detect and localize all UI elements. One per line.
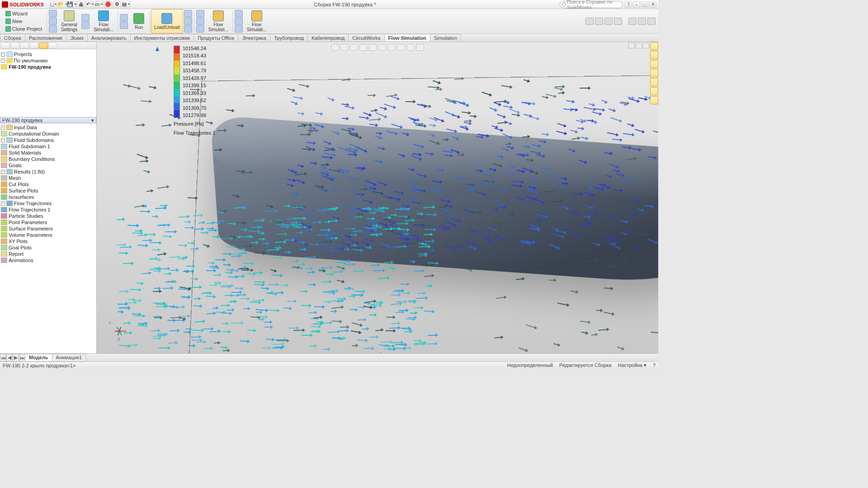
cm-tab[interactable]: Трубопровод [270, 34, 308, 42]
last-icon[interactable]: ⏭ [19, 354, 25, 361]
scene-icon[interactable] [407, 44, 415, 51]
animations-node[interactable]: Animations [1, 257, 95, 263]
qat-select-button[interactable]: ▭ [95, 1, 103, 8]
run-button[interactable]: Run [129, 9, 149, 33]
solid-materials-node[interactable]: Solid Materials [1, 150, 95, 156]
close-button[interactable]: ✕ [649, 1, 656, 8]
display-style-icon[interactable] [378, 44, 387, 51]
minimize-button[interactable]: − [633, 1, 640, 8]
taskpane-tab[interactable] [650, 87, 658, 95]
clone-project-button[interactable]: Clone Project [5, 25, 43, 33]
projects-root[interactable]: −Projects [1, 51, 95, 57]
load-results-button[interactable]: Load/Unload [151, 9, 183, 33]
ribbon-icon[interactable] [184, 18, 192, 25]
record-icon[interactable] [647, 18, 656, 25]
new-project-button[interactable]: New [5, 18, 43, 25]
cm-tab[interactable]: Анализировать [87, 34, 131, 42]
projects-default[interactable]: −По умолчанию [1, 57, 95, 64]
cm-tab[interactable]: Кабелепровод [307, 34, 349, 42]
ribbon-icon[interactable] [184, 10, 192, 17]
wizard-button[interactable]: Wizard [5, 10, 43, 17]
ribbon-icon[interactable] [196, 18, 204, 25]
report-node[interactable]: Report [1, 251, 95, 257]
ribbon-icon[interactable] [49, 25, 57, 33]
status-custom[interactable]: Настройка ▾ [618, 362, 646, 368]
vp-min-icon[interactable] [628, 43, 635, 48]
help-button[interactable]: ? [625, 1, 632, 8]
flow-sim-dd-button[interactable]: Flow Simulati... [90, 9, 117, 33]
surface-plots-node[interactable]: Surface Plots [1, 188, 95, 194]
taskpane-tab[interactable] [650, 78, 658, 86]
ribbon-icon[interactable] [81, 22, 90, 29]
flow-sim-button-3[interactable]: Flow Simulati... [244, 9, 270, 33]
appearance-icon[interactable] [585, 18, 594, 25]
volume-parameters-node[interactable]: Volume Parameters [1, 232, 95, 238]
cm-tab[interactable]: Продукты Office [193, 34, 238, 42]
extra-tab[interactable] [48, 42, 57, 49]
maximize-button[interactable]: □ [641, 1, 648, 8]
pm-tab[interactable] [10, 42, 19, 49]
study-bar[interactable]: FW-190 продувка▾ [0, 117, 96, 123]
next-icon[interactable]: ▶ [13, 354, 19, 361]
view-orient-icon[interactable] [369, 44, 377, 51]
fluid-subdomains-node[interactable]: −Fluid Subdomains [1, 137, 95, 143]
dm-tab[interactable] [29, 42, 38, 49]
ribbon-icon[interactable] [235, 10, 243, 17]
taskpane-tab[interactable] [650, 69, 658, 77]
qat-save-button[interactable]: 💾 [68, 1, 76, 8]
cm-tab[interactable]: Flow Simulation [384, 34, 430, 42]
appearance-icon[interactable] [397, 44, 406, 51]
qat-new-button[interactable]: □ [50, 1, 58, 8]
qat-misc-button[interactable]: ▤ [122, 1, 130, 8]
taskpane-tab[interactable] [650, 96, 658, 104]
vp-max-icon[interactable] [643, 43, 649, 48]
projects-config[interactable]: FW-190 продувка [1, 64, 95, 70]
cm-tab[interactable] [20, 42, 29, 49]
zoom-area-icon[interactable] [340, 44, 349, 51]
qat-open-button[interactable]: 📂 [59, 1, 67, 8]
xy-plots-node[interactable]: XY Plots [1, 238, 95, 244]
prev-icon[interactable]: ◀ [6, 354, 13, 361]
view-settings-icon[interactable] [416, 44, 425, 51]
goal-plots-node[interactable]: Goal Plots [1, 244, 95, 251]
qat-rebuild-button[interactable]: 🔴 [104, 1, 112, 8]
surface-parameters-node[interactable]: Surface Parameters [1, 225, 95, 232]
qat-undo-button[interactable]: ↶ [86, 1, 94, 8]
decal-icon[interactable] [604, 18, 613, 25]
qat-options-button[interactable]: ⚙ [113, 1, 121, 8]
reference-triad[interactable]: X Y Z [106, 322, 124, 340]
cm-tab[interactable]: Simulation [430, 34, 461, 42]
taskpane-tab[interactable] [650, 42, 658, 50]
fluid-subdomain-1-node[interactable]: Fluid Subdomain 1 [1, 143, 95, 150]
scene-icon[interactable] [595, 18, 603, 25]
zoom-fit-icon[interactable] [331, 44, 339, 51]
cm-tab[interactable]: Сборка [0, 34, 25, 42]
flow-trajectories-1-node[interactable]: Flow Trajectories 1 [1, 206, 95, 213]
ribbon-icon[interactable] [184, 25, 192, 33]
hide-show-icon[interactable] [388, 44, 396, 51]
ribbon-icon[interactable] [235, 25, 243, 33]
particle-studies-node[interactable]: Particle Studies [1, 213, 95, 219]
point-parameters-node[interactable]: Point Parameters [1, 219, 95, 225]
ribbon-icon[interactable] [49, 18, 57, 25]
ribbon-icon[interactable] [120, 22, 128, 29]
animation-tab[interactable]: Анимация1 [52, 354, 86, 361]
ribbon-icon[interactable] [49, 10, 57, 17]
cut-plots-node[interactable]: Cut Plots [1, 181, 95, 188]
vp-restore-icon[interactable] [636, 43, 642, 48]
model-tab[interactable]: Модель [25, 354, 52, 361]
flow-sim-button-2[interactable]: Flow Simulati... [205, 9, 231, 33]
camera-icon[interactable] [628, 18, 637, 25]
taskpane-tab[interactable] [650, 60, 658, 68]
results-node[interactable]: −Results (1.fld) [1, 169, 95, 175]
first-icon[interactable]: ⏮ [0, 354, 6, 361]
prev-view-icon[interactable] [350, 44, 358, 51]
taskpane-tab[interactable] [650, 51, 658, 59]
ribbon-icon[interactable] [120, 14, 128, 21]
flowsim-tab[interactable] [39, 42, 48, 49]
section-view-icon[interactable] [359, 44, 368, 51]
color-legend[interactable]: 101548.24101518.43101488.61101458.791014… [174, 46, 206, 118]
fm-tab[interactable] [1, 42, 10, 49]
ribbon-icon[interactable] [196, 10, 204, 17]
status-help-icon[interactable]: ? [653, 362, 656, 368]
